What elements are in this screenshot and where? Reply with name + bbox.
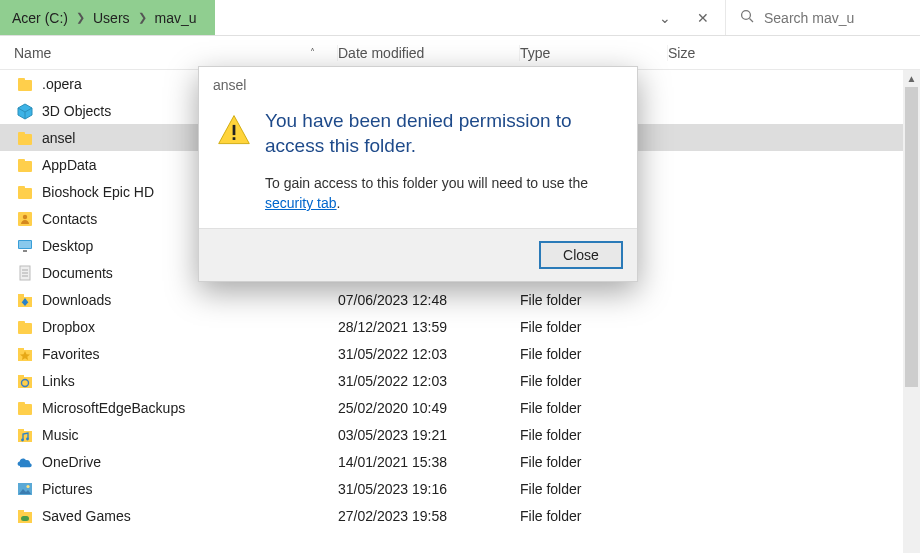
breadcrumb-part-1[interactable]: Users [89,10,134,26]
column-header-date[interactable]: Date modified [338,45,520,61]
item-type: File folder [520,481,668,497]
address-bar: Acer (C:) ❯ Users ❯ mav_u ⌄ ✕ [0,0,920,36]
breadcrumb-part-2[interactable]: mav_u [151,10,201,26]
list-item[interactable]: Music03/05/2023 19:21File folder [0,421,920,448]
svg-rect-11 [18,186,25,190]
list-item[interactable]: OneDrive14/01/2021 15:38File folder [0,448,920,475]
svg-rect-15 [19,241,31,248]
folder-icon [16,210,34,228]
item-name: Saved Games [42,508,338,524]
scroll-thumb[interactable] [905,87,918,387]
sort-indicator-icon: ˄ [310,47,315,58]
item-date: 27/02/2023 19:58 [338,508,520,524]
list-item[interactable]: Favorites31/05/2022 12:03File folder [0,340,920,367]
item-date: 28/12/2021 13:59 [338,319,520,335]
item-date: 03/05/2023 19:21 [338,427,520,443]
folder-icon [16,345,34,363]
search-box[interactable] [725,0,920,35]
item-name: Downloads [42,292,338,308]
folder-icon [16,318,34,336]
search-input[interactable] [764,10,906,26]
item-type: File folder [520,373,668,389]
access-denied-dialog: ansel You have been denied permission to… [198,66,638,282]
folder-icon [16,129,34,147]
item-name: MicrosoftEdgeBackups [42,400,338,416]
svg-point-42 [26,484,29,487]
folder-icon [16,264,34,282]
close-button[interactable]: Close [539,241,623,269]
list-item[interactable]: Pictures31/05/2023 19:16File folder [0,475,920,502]
folder-icon [16,399,34,417]
folder-icon [16,291,34,309]
item-type: File folder [520,319,668,335]
svg-rect-16 [23,250,27,252]
svg-rect-47 [233,125,236,135]
svg-rect-45 [21,516,29,521]
column-header-type[interactable]: Type [520,45,668,61]
item-type: File folder [520,400,668,416]
breadcrumb[interactable]: Acer (C:) ❯ Users ❯ mav_u [0,0,215,35]
folder-icon [16,426,34,444]
folder-icon [16,453,34,471]
folder-icon [16,507,34,525]
scrollbar[interactable]: ▲ [903,70,920,553]
item-type: File folder [520,292,668,308]
dialog-heading: You have been denied permission to acces… [265,109,619,158]
list-item[interactable]: Dropbox28/12/2021 13:59File folder [0,313,920,340]
svg-rect-9 [18,159,25,163]
svg-rect-27 [18,321,25,325]
item-type: File folder [520,427,668,443]
svg-rect-32 [18,375,24,378]
item-type: File folder [520,346,668,362]
history-dropdown-button[interactable]: ⌄ [647,4,683,32]
item-name: Links [42,373,338,389]
dialog-message: To gain access to this folder you will n… [265,174,619,213]
item-name: Music [42,427,338,443]
item-type: File folder [520,508,668,524]
item-date: 07/06/2023 12:48 [338,292,520,308]
column-header-name[interactable]: Name ˄ [0,45,338,61]
svg-point-38 [21,438,24,441]
list-item[interactable]: Saved Games27/02/2023 19:58File folder [0,502,920,529]
refresh-close-button[interactable]: ✕ [685,4,721,32]
column-headers: Name ˄ Date modified Type Size [0,36,920,70]
chevron-right-icon: ❯ [138,11,147,24]
svg-rect-48 [233,137,236,140]
dialog-title: ansel [199,67,637,103]
svg-point-0 [742,11,751,20]
dialog-message-post: . [337,195,341,211]
item-date: 31/05/2023 19:16 [338,481,520,497]
folder-icon [16,75,34,93]
address-bar-spacer: ⌄ ✕ [215,0,725,35]
chevron-right-icon: ❯ [76,11,85,24]
dialog-message-pre: To gain access to this folder you will n… [265,175,588,191]
list-item[interactable]: Links31/05/2022 12:03File folder [0,367,920,394]
svg-point-39 [26,437,29,440]
item-name: OneDrive [42,454,338,470]
item-date: 31/05/2022 12:03 [338,373,520,389]
breadcrumb-part-0[interactable]: Acer (C:) [8,10,72,26]
svg-point-13 [23,214,27,218]
scroll-up-button[interactable]: ▲ [903,70,920,87]
svg-rect-44 [18,510,24,513]
item-date: 25/02/2020 10:49 [338,400,520,416]
svg-rect-29 [18,348,24,351]
svg-rect-36 [18,431,32,442]
item-type: File folder [520,454,668,470]
dialog-footer: Close [199,228,637,281]
item-date: 14/01/2021 15:38 [338,454,520,470]
list-item[interactable]: MicrosoftEdgeBackups25/02/2020 10:49File… [0,394,920,421]
column-header-name-label: Name [14,45,51,61]
svg-rect-37 [18,429,24,432]
svg-rect-22 [18,294,24,298]
svg-line-1 [750,19,754,23]
svg-rect-7 [18,132,25,136]
item-date: 31/05/2022 12:03 [338,346,520,362]
folder-icon [16,237,34,255]
folder-icon [16,102,34,120]
column-header-size[interactable]: Size [668,45,920,61]
svg-rect-3 [18,78,25,82]
security-tab-link[interactable]: security tab [265,195,337,211]
list-item[interactable]: Downloads07/06/2023 12:48File folder [0,286,920,313]
folder-icon [16,183,34,201]
